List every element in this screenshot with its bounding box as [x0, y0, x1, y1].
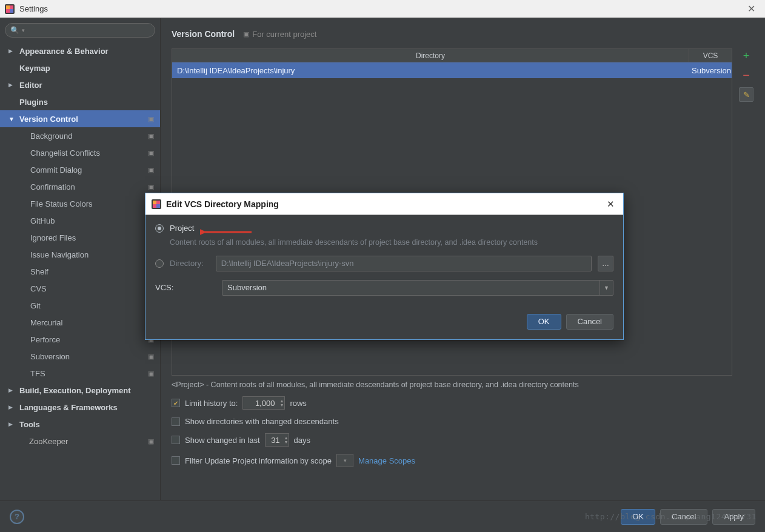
sidebar-item-editor[interactable]: ▶Editor [0, 76, 160, 93]
watermark: http://blog.csdn.net/wang124454731 [585, 512, 757, 521]
sidebar-item-plugins[interactable]: Plugins [0, 93, 160, 110]
chevron-right-icon: ▶ [8, 48, 16, 54]
per-project-icon: ▣ [148, 115, 154, 123]
sidebar-item-label: Shelf [30, 267, 148, 276]
chevron-down-icon: ▼ [600, 281, 613, 295]
sidebar-item-label: Changelist Conflicts [30, 148, 148, 158]
limit-history-input[interactable]: 1,000▴▾ [242, 396, 285, 410]
directory-input[interactable]: D:\Intellij IDEA\IdeaProjects\injury-svn [216, 256, 592, 271]
sidebar-item-keymap[interactable]: Keymap [0, 59, 160, 76]
sidebar-item-git[interactable]: Git▣ [0, 297, 160, 314]
filter-scope-label: Filter Update Project information by sco… [185, 456, 332, 465]
limit-history-checkbox[interactable]: ✔ [172, 399, 180, 407]
project-icon: ▣ [243, 30, 249, 38]
chevron-down-icon: ▼ [8, 116, 16, 122]
sidebar-item-tfs[interactable]: TFS▣ [0, 365, 160, 382]
cancel-button[interactable]: Cancel [566, 314, 613, 330]
project-description: Content roots of all modules, all immedi… [170, 238, 613, 248]
sidebar-item-cvs[interactable]: CVS [0, 280, 160, 297]
edit-vcs-mapping-dialog: Edit VCS Directory Mapping ✕ Project Con… [145, 193, 624, 340]
sidebar-item-shelf[interactable]: Shelf▣ [0, 263, 160, 280]
sidebar-item-commit-dialog[interactable]: Commit Dialog▣ [0, 161, 160, 178]
filter-scope-checkbox[interactable] [172, 456, 180, 465]
dialog-title: Edit VCS Directory Mapping [166, 199, 279, 209]
show-dirs-label: Show directories with changed descendant… [185, 417, 339, 426]
search-icon: 🔍 [10, 26, 19, 35]
browse-button[interactable]: … [598, 256, 613, 271]
directory-radio[interactable] [155, 259, 164, 268]
help-button[interactable]: ? [10, 510, 24, 524]
sidebar-item-confirmation[interactable]: Confirmation▣ [0, 178, 160, 195]
sidebar-item-zookeeper[interactable]: ZooKeeper▣ [0, 433, 160, 450]
show-changed-checkbox[interactable] [172, 436, 180, 444]
sidebar-item-build-execution-deployment[interactable]: ▶Build, Execution, Deployment [0, 382, 160, 399]
project-radio[interactable] [155, 224, 164, 233]
settings-tree: ▶Appearance & BehaviorKeymap▶EditorPlugi… [0, 41, 160, 500]
window-title: Settings [19, 4, 48, 13]
table-row[interactable]: D:\Intellij IDEA\IdeaProjects\injury Sub… [172, 62, 732, 78]
sidebar-item-label: TFS [30, 369, 148, 378]
sidebar-item-github[interactable]: GitHub▣ [0, 212, 160, 229]
vcs-select[interactable]: Subversion ▼ [222, 280, 613, 296]
search-input[interactable]: 🔍 ▾ [5, 23, 155, 38]
svg-rect-3 [10, 9, 13, 13]
sidebar-item-changelist-conflicts[interactable]: Changelist Conflicts▣ [0, 144, 160, 161]
show-changed-days-input[interactable]: 31▴▾ [265, 433, 289, 447]
scope-dropdown[interactable]: ▾ [336, 454, 353, 467]
sidebar-item-label: Commit Dialog [30, 165, 148, 175]
sidebar-item-background[interactable]: Background▣ [0, 127, 160, 144]
sidebar-item-label: Editor [19, 81, 160, 90]
remove-button[interactable]: − [739, 68, 753, 82]
cell-directory: D:\Intellij IDEA\IdeaProjects\injury [172, 66, 689, 75]
per-project-icon: ▣ [148, 132, 154, 140]
show-changed-label: Show changed in last [185, 436, 260, 445]
chevron-right-icon: ▶ [8, 82, 16, 88]
per-project-icon: ▣ [148, 353, 154, 361]
vcs-label: VCS: [155, 283, 216, 292]
sidebar-item-tools[interactable]: ▶Tools [0, 416, 160, 433]
per-project-icon: ▣ [148, 183, 154, 191]
close-icon[interactable]: ✕ [743, 3, 760, 15]
add-button[interactable]: + [739, 48, 753, 63]
sidebar-item-label: GitHub [30, 216, 148, 225]
manage-scopes-link[interactable]: Manage Scopes [358, 456, 415, 465]
chevron-right-icon: ▶ [8, 387, 16, 393]
sidebar-item-label: Ignored Files [30, 233, 148, 242]
app-icon [152, 199, 161, 209]
sidebar-item-label: Tools [19, 420, 160, 429]
per-project-icon: ▣ [148, 149, 154, 157]
sidebar-item-label: ZooKeeper [29, 437, 148, 446]
sidebar-item-label: Perforce [30, 335, 148, 344]
per-project-icon: ▣ [148, 166, 154, 174]
for-project-label: ▣ For current project [243, 30, 316, 39]
sidebar-item-ignored-files[interactable]: Ignored Files▣ [0, 229, 160, 246]
sidebar-item-languages-frameworks[interactable]: ▶Languages & Frameworks [0, 399, 160, 416]
column-header-directory[interactable]: Directory [172, 49, 689, 62]
ok-button[interactable]: OK [527, 314, 561, 330]
sidebar-item-appearance-behavior[interactable]: ▶Appearance & Behavior [0, 42, 160, 59]
sidebar-item-file-status-colors[interactable]: File Status Colors [0, 195, 160, 212]
show-dirs-checkbox[interactable] [172, 417, 180, 426]
sidebar-item-label: Build, Execution, Deployment [19, 386, 160, 395]
limit-history-label: Limit history to: [185, 399, 238, 408]
sidebar-item-label: Languages & Frameworks [19, 403, 160, 412]
column-header-vcs[interactable]: VCS [689, 49, 732, 62]
close-icon[interactable]: ✕ [604, 198, 617, 211]
cell-vcs: Subversion [689, 66, 732, 75]
per-project-icon: ▣ [148, 437, 154, 445]
sidebar-item-subversion[interactable]: Subversion▣ [0, 348, 160, 365]
edit-button[interactable]: ✎ [739, 87, 753, 102]
settings-sidebar: 🔍 ▾ ▶Appearance & BehaviorKeymap▶EditorP… [0, 18, 161, 500]
svg-rect-6 [153, 201, 156, 204]
chevron-down-icon: ▾ [22, 27, 25, 33]
sidebar-item-issue-navigation[interactable]: Issue Navigation▣ [0, 246, 160, 263]
sidebar-item-version-control[interactable]: ▼Version Control▣ [0, 110, 160, 127]
directory-radio-label: Directory: [170, 259, 204, 268]
days-label: days [294, 436, 310, 445]
dialog-titlebar: Edit VCS Directory Mapping ✕ [145, 193, 623, 215]
svg-rect-7 [156, 204, 160, 208]
svg-rect-2 [6, 5, 10, 9]
sidebar-item-perforce[interactable]: Perforce▣ [0, 331, 160, 348]
sidebar-item-label: Background [30, 131, 148, 141]
sidebar-item-mercurial[interactable]: Mercurial▣ [0, 314, 160, 331]
